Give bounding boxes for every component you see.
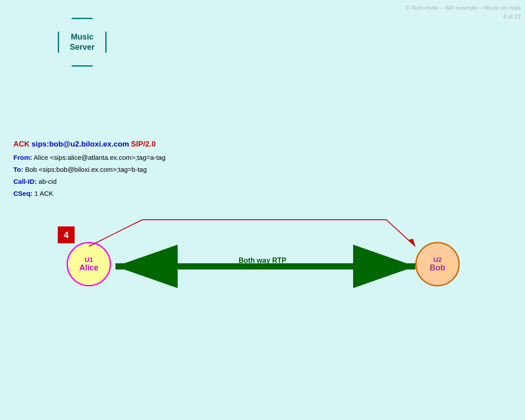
sip-cseq-line: CSeq: 1 ACK bbox=[13, 187, 165, 199]
sip-callid-value: ab-cid bbox=[39, 178, 57, 185]
sip-to-line: To: Bob <sips:bob@biloxi.ex.com>;tag=b-t… bbox=[13, 163, 165, 175]
music-server-container: Music Server bbox=[58, 18, 107, 67]
sip-request-line: ACK sips:bob@u2.biloxi.ex.com SIP/2.0 bbox=[13, 138, 165, 151]
sip-cseq-label: CSeq: bbox=[13, 190, 32, 197]
music-server-octagon: Music Server bbox=[58, 18, 107, 67]
sip-from-line: From: Alice <sips:alice@atlanta.ex.com>;… bbox=[13, 151, 165, 163]
alice-label-bottom: Alice bbox=[79, 263, 98, 273]
sip-version: SIP/2.0 bbox=[131, 140, 156, 148]
rtp-label: Both way RTP bbox=[239, 257, 286, 264]
sip-cseq-value: 1 ACK bbox=[35, 190, 54, 197]
sip-uri: sips:bob@u2.biloxi.ex.com bbox=[32, 140, 129, 148]
sip-from-label: From: bbox=[13, 154, 32, 161]
bob-label-top: U2 bbox=[433, 256, 441, 263]
step-badge: 4 bbox=[58, 226, 75, 243]
sip-message-block: ACK sips:bob@u2.biloxi.ex.com SIP/2.0 Fr… bbox=[13, 138, 165, 199]
sip-callid-line: Call-ID: ab-cid bbox=[13, 175, 165, 187]
ack-arrow-head bbox=[409, 239, 415, 246]
ua-alice: U1 Alice bbox=[67, 242, 111, 286]
music-server-label: Music Server bbox=[70, 32, 95, 53]
ack-arrow-line bbox=[89, 220, 415, 246]
copyright-line2: 4 of 23 bbox=[405, 12, 521, 21]
sip-from-value: Alice <sips:alice@atlanta.ex.com>;tag=a-… bbox=[34, 154, 166, 161]
sip-callid-label: Call-ID: bbox=[13, 178, 37, 185]
sip-to-label: To: bbox=[13, 166, 23, 173]
alice-label-top: U1 bbox=[84, 256, 93, 263]
sip-method: ACK bbox=[13, 140, 30, 148]
ua-bob: U2 Bob bbox=[415, 242, 460, 286]
copyright: © Tech-invite – SIP example – Music on H… bbox=[405, 4, 521, 21]
bob-label-bottom: Bob bbox=[430, 263, 445, 273]
copyright-line1: © Tech-invite – SIP example – Music on H… bbox=[405, 4, 521, 12]
sip-to-value: Bob <sips:bob@biloxi.ex.com>;tag=b-tag bbox=[25, 166, 147, 173]
